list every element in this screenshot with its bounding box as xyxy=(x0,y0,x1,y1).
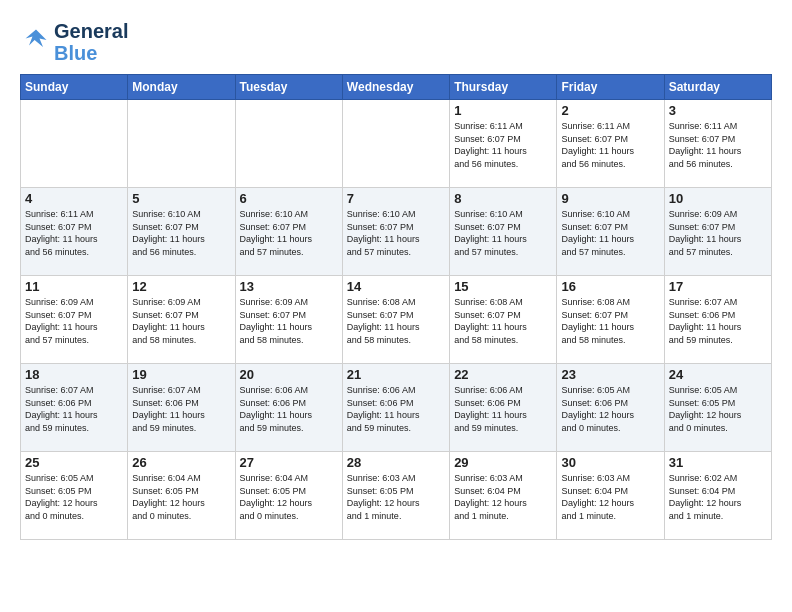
calendar-table: SundayMondayTuesdayWednesdayThursdayFrid… xyxy=(20,74,772,540)
logo-blue: Blue xyxy=(54,42,128,64)
day-number: 18 xyxy=(25,367,123,382)
day-number: 15 xyxy=(454,279,552,294)
calendar-cell: 24Sunrise: 6:05 AM Sunset: 6:05 PM Dayli… xyxy=(664,364,771,452)
day-info: Sunrise: 6:09 AM Sunset: 6:07 PM Dayligh… xyxy=(669,208,767,258)
calendar-cell: 11Sunrise: 6:09 AM Sunset: 6:07 PM Dayli… xyxy=(21,276,128,364)
day-info: Sunrise: 6:10 AM Sunset: 6:07 PM Dayligh… xyxy=(132,208,230,258)
calendar-cell: 7Sunrise: 6:10 AM Sunset: 6:07 PM Daylig… xyxy=(342,188,449,276)
day-info: Sunrise: 6:07 AM Sunset: 6:06 PM Dayligh… xyxy=(132,384,230,434)
day-info: Sunrise: 6:06 AM Sunset: 6:06 PM Dayligh… xyxy=(347,384,445,434)
logo: General Blue xyxy=(20,20,128,64)
day-info: Sunrise: 6:09 AM Sunset: 6:07 PM Dayligh… xyxy=(132,296,230,346)
calendar-cell: 23Sunrise: 6:05 AM Sunset: 6:06 PM Dayli… xyxy=(557,364,664,452)
day-info: Sunrise: 6:05 AM Sunset: 6:05 PM Dayligh… xyxy=(669,384,767,434)
day-number: 28 xyxy=(347,455,445,470)
day-number: 3 xyxy=(669,103,767,118)
logo-bird-icon xyxy=(22,26,50,54)
day-number: 6 xyxy=(240,191,338,206)
weekday-header-monday: Monday xyxy=(128,75,235,100)
calendar-week-row: 4Sunrise: 6:11 AM Sunset: 6:07 PM Daylig… xyxy=(21,188,772,276)
day-info: Sunrise: 6:07 AM Sunset: 6:06 PM Dayligh… xyxy=(669,296,767,346)
logo-general: General xyxy=(54,20,128,42)
day-info: Sunrise: 6:11 AM Sunset: 6:07 PM Dayligh… xyxy=(25,208,123,258)
day-info: Sunrise: 6:08 AM Sunset: 6:07 PM Dayligh… xyxy=(347,296,445,346)
calendar-cell: 8Sunrise: 6:10 AM Sunset: 6:07 PM Daylig… xyxy=(450,188,557,276)
day-info: Sunrise: 6:11 AM Sunset: 6:07 PM Dayligh… xyxy=(561,120,659,170)
calendar-cell: 26Sunrise: 6:04 AM Sunset: 6:05 PM Dayli… xyxy=(128,452,235,540)
day-number: 5 xyxy=(132,191,230,206)
day-info: Sunrise: 6:04 AM Sunset: 6:05 PM Dayligh… xyxy=(240,472,338,522)
day-number: 21 xyxy=(347,367,445,382)
day-info: Sunrise: 6:03 AM Sunset: 6:04 PM Dayligh… xyxy=(561,472,659,522)
calendar-cell: 19Sunrise: 6:07 AM Sunset: 6:06 PM Dayli… xyxy=(128,364,235,452)
weekday-header-friday: Friday xyxy=(557,75,664,100)
day-info: Sunrise: 6:10 AM Sunset: 6:07 PM Dayligh… xyxy=(561,208,659,258)
day-number: 14 xyxy=(347,279,445,294)
day-number: 10 xyxy=(669,191,767,206)
day-number: 26 xyxy=(132,455,230,470)
day-number: 19 xyxy=(132,367,230,382)
calendar-cell: 30Sunrise: 6:03 AM Sunset: 6:04 PM Dayli… xyxy=(557,452,664,540)
day-number: 29 xyxy=(454,455,552,470)
calendar-week-row: 25Sunrise: 6:05 AM Sunset: 6:05 PM Dayli… xyxy=(21,452,772,540)
day-number: 17 xyxy=(669,279,767,294)
calendar-cell: 10Sunrise: 6:09 AM Sunset: 6:07 PM Dayli… xyxy=(664,188,771,276)
day-number: 25 xyxy=(25,455,123,470)
day-number: 1 xyxy=(454,103,552,118)
calendar-cell: 14Sunrise: 6:08 AM Sunset: 6:07 PM Dayli… xyxy=(342,276,449,364)
day-info: Sunrise: 6:05 AM Sunset: 6:06 PM Dayligh… xyxy=(561,384,659,434)
day-info: Sunrise: 6:08 AM Sunset: 6:07 PM Dayligh… xyxy=(561,296,659,346)
day-info: Sunrise: 6:03 AM Sunset: 6:05 PM Dayligh… xyxy=(347,472,445,522)
day-info: Sunrise: 6:02 AM Sunset: 6:04 PM Dayligh… xyxy=(669,472,767,522)
day-number: 23 xyxy=(561,367,659,382)
day-info: Sunrise: 6:06 AM Sunset: 6:06 PM Dayligh… xyxy=(240,384,338,434)
day-info: Sunrise: 6:07 AM Sunset: 6:06 PM Dayligh… xyxy=(25,384,123,434)
day-info: Sunrise: 6:10 AM Sunset: 6:07 PM Dayligh… xyxy=(454,208,552,258)
day-info: Sunrise: 6:06 AM Sunset: 6:06 PM Dayligh… xyxy=(454,384,552,434)
day-number: 16 xyxy=(561,279,659,294)
calendar-cell xyxy=(21,100,128,188)
day-number: 7 xyxy=(347,191,445,206)
calendar-cell: 31Sunrise: 6:02 AM Sunset: 6:04 PM Dayli… xyxy=(664,452,771,540)
calendar-cell: 15Sunrise: 6:08 AM Sunset: 6:07 PM Dayli… xyxy=(450,276,557,364)
day-info: Sunrise: 6:03 AM Sunset: 6:04 PM Dayligh… xyxy=(454,472,552,522)
calendar-cell: 22Sunrise: 6:06 AM Sunset: 6:06 PM Dayli… xyxy=(450,364,557,452)
calendar-cell xyxy=(342,100,449,188)
day-info: Sunrise: 6:09 AM Sunset: 6:07 PM Dayligh… xyxy=(240,296,338,346)
svg-marker-0 xyxy=(26,30,47,48)
calendar-cell: 5Sunrise: 6:10 AM Sunset: 6:07 PM Daylig… xyxy=(128,188,235,276)
calendar-cell: 3Sunrise: 6:11 AM Sunset: 6:07 PM Daylig… xyxy=(664,100,771,188)
day-info: Sunrise: 6:11 AM Sunset: 6:07 PM Dayligh… xyxy=(454,120,552,170)
calendar-cell: 12Sunrise: 6:09 AM Sunset: 6:07 PM Dayli… xyxy=(128,276,235,364)
page-header: General Blue xyxy=(20,20,772,64)
calendar-cell: 20Sunrise: 6:06 AM Sunset: 6:06 PM Dayli… xyxy=(235,364,342,452)
day-number: 9 xyxy=(561,191,659,206)
day-info: Sunrise: 6:11 AM Sunset: 6:07 PM Dayligh… xyxy=(669,120,767,170)
weekday-header-thursday: Thursday xyxy=(450,75,557,100)
calendar-cell: 6Sunrise: 6:10 AM Sunset: 6:07 PM Daylig… xyxy=(235,188,342,276)
weekday-header-wednesday: Wednesday xyxy=(342,75,449,100)
calendar-cell: 13Sunrise: 6:09 AM Sunset: 6:07 PM Dayli… xyxy=(235,276,342,364)
weekday-header-tuesday: Tuesday xyxy=(235,75,342,100)
calendar-week-row: 18Sunrise: 6:07 AM Sunset: 6:06 PM Dayli… xyxy=(21,364,772,452)
calendar-cell xyxy=(235,100,342,188)
calendar-cell: 9Sunrise: 6:10 AM Sunset: 6:07 PM Daylig… xyxy=(557,188,664,276)
day-number: 31 xyxy=(669,455,767,470)
day-info: Sunrise: 6:08 AM Sunset: 6:07 PM Dayligh… xyxy=(454,296,552,346)
day-info: Sunrise: 6:09 AM Sunset: 6:07 PM Dayligh… xyxy=(25,296,123,346)
day-number: 2 xyxy=(561,103,659,118)
day-info: Sunrise: 6:10 AM Sunset: 6:07 PM Dayligh… xyxy=(347,208,445,258)
calendar-cell: 25Sunrise: 6:05 AM Sunset: 6:05 PM Dayli… xyxy=(21,452,128,540)
calendar-cell: 1Sunrise: 6:11 AM Sunset: 6:07 PM Daylig… xyxy=(450,100,557,188)
day-number: 13 xyxy=(240,279,338,294)
calendar-header-row: SundayMondayTuesdayWednesdayThursdayFrid… xyxy=(21,75,772,100)
calendar-cell: 17Sunrise: 6:07 AM Sunset: 6:06 PM Dayli… xyxy=(664,276,771,364)
day-number: 8 xyxy=(454,191,552,206)
day-number: 11 xyxy=(25,279,123,294)
calendar-cell: 29Sunrise: 6:03 AM Sunset: 6:04 PM Dayli… xyxy=(450,452,557,540)
calendar-cell: 2Sunrise: 6:11 AM Sunset: 6:07 PM Daylig… xyxy=(557,100,664,188)
calendar-cell: 27Sunrise: 6:04 AM Sunset: 6:05 PM Dayli… xyxy=(235,452,342,540)
day-number: 4 xyxy=(25,191,123,206)
weekday-header-saturday: Saturday xyxy=(664,75,771,100)
calendar-week-row: 11Sunrise: 6:09 AM Sunset: 6:07 PM Dayli… xyxy=(21,276,772,364)
